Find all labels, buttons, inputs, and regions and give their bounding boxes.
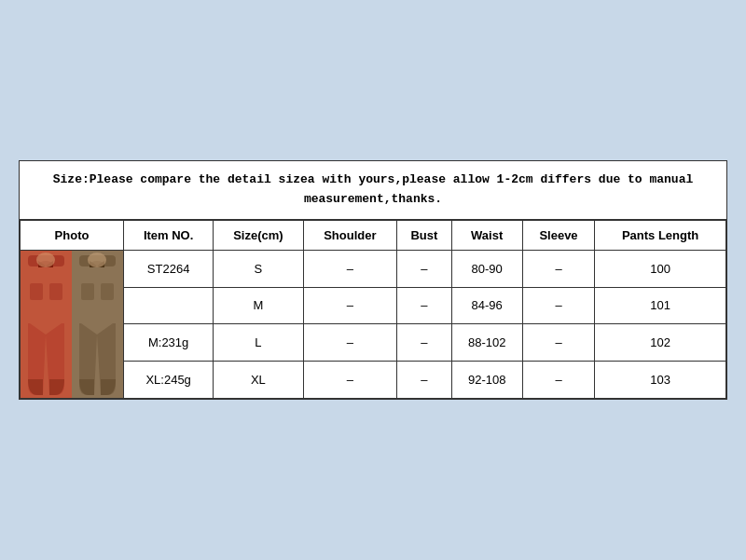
svg-rect-15 <box>81 283 94 300</box>
col-header-shoulder: Shoulder <box>303 220 397 250</box>
cell-size: S <box>214 250 303 287</box>
cell-size: L <box>214 324 303 362</box>
cell-waist: 92-108 <box>451 362 522 399</box>
photo-cell <box>21 250 124 398</box>
cell-bust: – <box>397 250 451 287</box>
col-header-item-no: Item NO. <box>124 220 214 250</box>
cell-shoulder: – <box>303 287 397 324</box>
cell-sleeve: – <box>522 324 594 362</box>
svg-point-17 <box>88 253 106 267</box>
cell-shoulder: – <box>303 250 397 287</box>
cell-item-no <box>124 287 214 324</box>
table-row: XL:245gXL––92-108–103 <box>21 362 726 399</box>
cell-bust: – <box>397 324 451 362</box>
cell-sleeve: – <box>522 250 594 287</box>
svg-rect-7 <box>49 283 62 300</box>
table-header-row: Photo Item NO. Size(cm) Shoulder Bust Wa… <box>21 220 726 250</box>
cell-item-no: XL:245g <box>124 362 214 399</box>
cell-shoulder: – <box>303 324 397 362</box>
cell-size: XL <box>214 362 303 399</box>
cell-sleeve: – <box>522 287 594 324</box>
cell-bust: – <box>397 287 451 324</box>
size-table: Photo Item NO. Size(cm) Shoulder Bust Wa… <box>20 220 726 399</box>
svg-point-8 <box>36 253 55 267</box>
notice-text: Size:Please compare the detail sizea wit… <box>20 161 726 220</box>
col-header-bust: Bust <box>397 220 451 250</box>
cell-item-no: M:231g <box>124 324 214 362</box>
cell-pants-length: 100 <box>595 250 726 287</box>
col-header-photo: Photo <box>21 220 124 250</box>
cell-pants-length: 102 <box>595 324 726 362</box>
table-row: M––84-96–101 <box>21 287 726 324</box>
size-chart-container: Size:Please compare the detail sizea wit… <box>19 160 727 400</box>
svg-rect-16 <box>101 283 114 300</box>
cell-waist: 88-102 <box>451 324 522 362</box>
cell-waist: 80-90 <box>451 250 522 287</box>
col-header-size: Size(cm) <box>214 220 303 250</box>
cell-shoulder: – <box>303 362 397 399</box>
col-header-sleeve: Sleeve <box>522 220 594 250</box>
cell-bust: – <box>397 362 451 399</box>
col-header-pants-length: Pants Length <box>595 220 726 250</box>
col-header-waist: Waist <box>451 220 522 250</box>
table-row: M:231gL––88-102–102 <box>21 324 726 362</box>
notice-content: Size:Please compare the detail sizea wit… <box>53 172 694 206</box>
svg-rect-6 <box>30 283 43 300</box>
size-table-wrapper: Photo Item NO. Size(cm) Shoulder Bust Wa… <box>20 220 726 399</box>
cell-sleeve: – <box>522 362 594 399</box>
table-row: ST2264S––80-90–100 <box>21 250 726 287</box>
cell-pants-length: 103 <box>595 362 726 399</box>
cell-pants-length: 101 <box>595 287 726 324</box>
cell-item-no: ST2264 <box>124 250 214 287</box>
cell-size: M <box>214 287 303 324</box>
cell-waist: 84-96 <box>451 287 522 324</box>
